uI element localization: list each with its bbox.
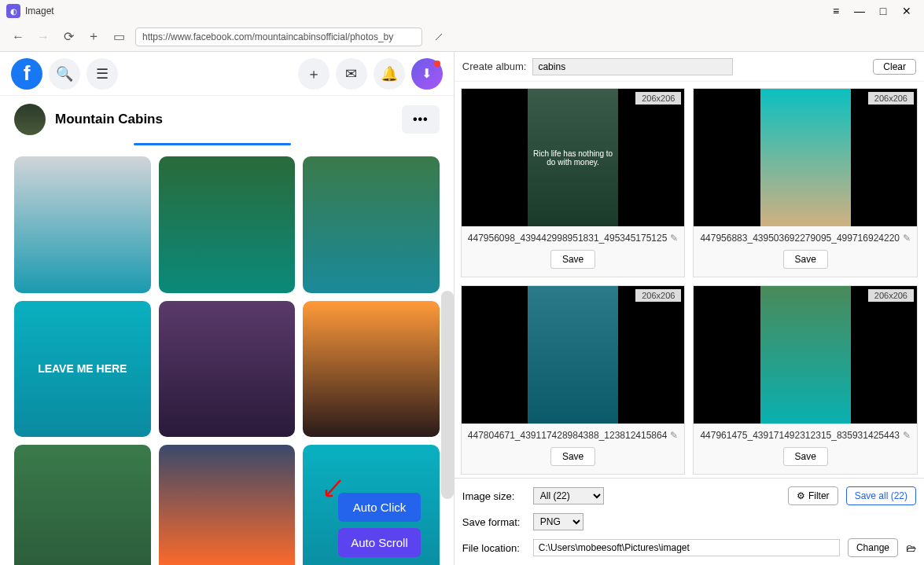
thumbnail-filename: 447804671_439117428984388_123812415864	[468, 430, 668, 441]
nav-forward-button[interactable]: →	[35, 28, 52, 46]
app-name: Imaget	[25, 6, 54, 17]
edit-icon[interactable]: ✎	[903, 430, 911, 441]
dimension-badge: 206x206	[635, 92, 681, 105]
thumbnail-image[interactable]: 206x206	[462, 286, 685, 424]
nav-pages-icon[interactable]: ▭	[110, 28, 127, 46]
window-minimize-button[interactable]: —	[849, 2, 871, 20]
bell-icon[interactable]: 🔔	[374, 58, 405, 90]
menu-icon[interactable]: ☰	[87, 58, 118, 90]
album-label: Create album:	[462, 61, 527, 72]
photo-tile[interactable]	[303, 301, 440, 438]
extension-download-icon[interactable]: ⬇	[411, 58, 443, 90]
image-size-select[interactable]: All (22)	[533, 487, 604, 504]
facebook-logo-icon[interactable]: f	[11, 58, 42, 90]
file-location-label: File location:	[462, 542, 525, 554]
auto-scroll-button[interactable]: Auto Scroll	[338, 528, 421, 557]
nav-back-button[interactable]: ←	[9, 28, 27, 46]
window-close-button[interactable]: ✕	[896, 2, 918, 20]
thumbnail-card: 206x206 447956883_439503692279095_499716…	[693, 88, 918, 277]
scrollbar-thumb[interactable]	[441, 291, 454, 499]
plus-icon[interactable]: ＋	[298, 58, 329, 90]
photo-tile[interactable]	[14, 156, 151, 293]
save-format-select[interactable]: PNG	[533, 513, 583, 530]
edit-icon[interactable]: ✎	[670, 233, 678, 244]
window-maximize-button[interactable]: □	[872, 2, 894, 20]
save-button[interactable]: Save	[783, 447, 828, 466]
dimension-badge: 206x206	[868, 289, 914, 302]
dimension-badge: 206x206	[868, 92, 914, 105]
photo-tile[interactable]: LEAVE ME HERE	[14, 301, 151, 438]
album-name-input[interactable]	[532, 58, 733, 75]
url-input[interactable]	[135, 28, 422, 46]
thumbnail-image[interactable]: Rich life has nothing to do with money. …	[462, 89, 685, 226]
titlebar: ◐ Imaget ≡ — □ ✕	[0, 0, 924, 22]
page-avatar[interactable]	[14, 104, 46, 135]
window-menu-button[interactable]: ≡	[825, 2, 847, 20]
browser-pane: f 🔍 ☰ ＋ ✉ 🔔 ⬇ Mountain Cabins ••• LEAVE …	[0, 52, 455, 565]
save-format-label: Save format:	[462, 516, 525, 528]
thumbnail-card: Rich life has nothing to do with money. …	[461, 88, 686, 277]
dimension-badge: 206x206	[635, 289, 681, 302]
photo-tile[interactable]	[159, 156, 296, 293]
photo-tile[interactable]	[14, 445, 151, 565]
save-all-button[interactable]: Save all (22)	[846, 486, 916, 505]
save-button[interactable]: Save	[550, 447, 595, 466]
filter-button[interactable]: ⚙Filter	[788, 486, 838, 505]
photo-tile[interactable]	[159, 445, 296, 565]
nav-reload-button[interactable]: ⟳	[60, 28, 77, 46]
toolbar: ← → ⟳ ＋ ▭ ⟋	[0, 22, 924, 52]
download-pane: Create album: Clear Rich life has nothin…	[455, 52, 924, 565]
thumbnail-card: 206x206 447804671_439117428984388_123812…	[461, 285, 686, 475]
facebook-header: f 🔍 ☰ ＋ ✉ 🔔 ⬇	[0, 52, 454, 96]
app-logo-icon: ◐	[6, 4, 20, 18]
thumbnail-image[interactable]: 206x206	[694, 89, 917, 226]
filter-icon: ⚙	[797, 490, 805, 501]
page-header: Mountain Cabins •••	[0, 96, 454, 143]
clear-button[interactable]: Clear	[873, 59, 916, 75]
edit-icon[interactable]: ✎	[670, 430, 678, 441]
thumbnail-image[interactable]: 206x206	[694, 286, 917, 424]
search-icon[interactable]: 🔍	[49, 58, 80, 90]
auto-click-button[interactable]: Auto Click	[338, 493, 421, 522]
save-button[interactable]: Save	[783, 250, 828, 269]
page-more-button[interactable]: •••	[402, 105, 440, 134]
thumbnail-filename: 447961475_439171492312315_835931425443	[700, 430, 900, 441]
annotation-arrow-icon	[318, 479, 342, 502]
file-location-input[interactable]	[533, 539, 840, 556]
nav-add-button[interactable]: ＋	[85, 28, 102, 46]
page-title: Mountain Cabins	[55, 112, 392, 127]
image-size-label: Image size:	[462, 490, 525, 502]
thumbnail-filename: 447956883_439503692279095_499716924220	[700, 233, 900, 244]
save-button[interactable]: Save	[550, 250, 595, 269]
photo-tile[interactable]	[159, 301, 296, 438]
thumbnail-card: 206x206 447961475_439171492312315_835931…	[693, 285, 918, 475]
thumbnail-filename: 447956098_439442998951831_495345175125	[468, 233, 668, 244]
edit-icon[interactable]: ✎	[903, 233, 911, 244]
messenger-icon[interactable]: ✉	[336, 58, 367, 90]
folder-icon[interactable]: 🗁	[906, 542, 916, 554]
photo-tile[interactable]	[303, 156, 440, 293]
eyedropper-icon[interactable]: ⟋	[430, 28, 447, 46]
change-location-button[interactable]: Change	[848, 538, 898, 557]
